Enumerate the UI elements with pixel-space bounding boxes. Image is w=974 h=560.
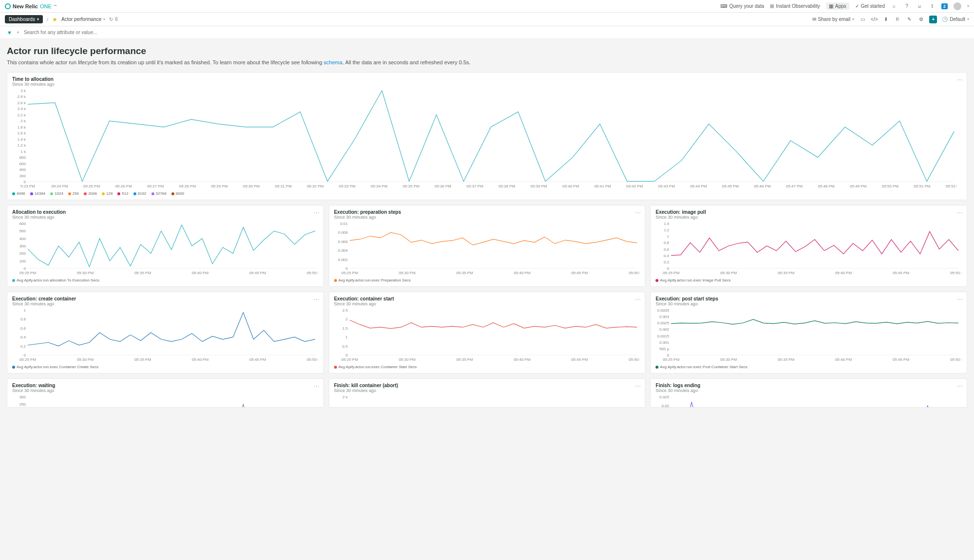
svg-text:05:44 PM: 05:44 PM	[690, 184, 707, 188]
get-started-link[interactable]: ✓Get started	[855, 3, 885, 9]
share-icon[interactable]: ⇪	[929, 3, 936, 10]
svg-text:0: 0	[345, 266, 348, 271]
chart-menu-icon[interactable]: ⋯	[957, 383, 963, 390]
svg-text:05:40 PM: 05:40 PM	[835, 271, 852, 275]
chart-menu-icon[interactable]: ⋯	[314, 209, 319, 216]
replay-count[interactable]: ↻6	[109, 17, 118, 22]
svg-text:400: 400	[19, 168, 26, 172]
chart-logs-ending[interactable]: Finish: logs endingSince 30 minutes ago⋯…	[650, 378, 967, 408]
svg-text:1.2 k: 1.2 k	[18, 143, 26, 148]
funnel-icon[interactable]: ▼	[7, 30, 12, 36]
chart-waiting[interactable]: Execution: waitingSince 30 minutes ago⋯0…	[7, 378, 324, 408]
chevron-down-icon[interactable]: ▾	[967, 4, 969, 8]
notification-badge[interactable]: 2	[941, 3, 948, 9]
legend-item[interactable]: Avg Apify.actor.run.exec Container Start…	[334, 365, 417, 369]
chart-body: 01.5 k2 k05:25 PM05:30 PM05:35 PM05:40 P…	[334, 395, 640, 408]
svg-text:05:33 PM: 05:33 PM	[339, 184, 356, 188]
svg-text:0.006: 0.006	[338, 240, 348, 244]
svg-text:05:30 PM: 05:30 PM	[720, 357, 737, 362]
tv-icon[interactable]: ▭	[859, 16, 866, 23]
svg-text:1.4 k: 1.4 k	[18, 137, 26, 142]
svg-text:05:30 PM: 05:30 PM	[399, 357, 416, 362]
dashboard-name[interactable]: Actor performance▾	[61, 17, 105, 22]
chevron-down-icon[interactable]: ▾	[17, 30, 19, 35]
copy-icon[interactable]: ⎘	[894, 16, 901, 23]
time-picker[interactable]: 🕑Default▾	[942, 17, 969, 22]
svg-text:05:25 PM: 05:25 PM	[663, 271, 680, 275]
svg-text:0.8: 0.8	[664, 241, 670, 245]
legend-item[interactable]: 8092	[171, 191, 185, 196]
svg-text:1.4: 1.4	[664, 222, 670, 226]
legend-item[interactable]: 16384	[30, 191, 45, 196]
query-data-link[interactable]: ⌨Query your data	[720, 3, 764, 9]
share-email-button[interactable]: ✉Share by email▾	[812, 17, 855, 22]
settings-icon[interactable]: ⚙	[918, 16, 924, 23]
svg-text:0.002: 0.002	[338, 258, 348, 262]
svg-text:500: 500	[19, 229, 26, 233]
code-icon[interactable]: </>	[871, 16, 878, 23]
svg-text:05:40 PM: 05:40 PM	[514, 357, 531, 362]
brand-one: ONE	[40, 3, 52, 9]
chart-image-pull[interactable]: Execution: image pullSince 30 minutes ag…	[650, 205, 967, 287]
legend-item[interactable]: 32768	[151, 191, 167, 196]
chart-menu-icon[interactable]: ⋯	[635, 209, 641, 216]
svg-text:05:50 PM: 05:50 PM	[307, 357, 318, 362]
chart-preparation[interactable]: Execution: preparation stepsSince 30 min…	[329, 205, 646, 287]
legend-item[interactable]: 4096	[12, 191, 25, 196]
apps-icon: ▦	[829, 3, 833, 9]
svg-text:100: 100	[19, 259, 26, 263]
edit-icon[interactable]: ✎	[906, 16, 913, 23]
brand-logo[interactable]: New Relic ONE ™	[5, 3, 57, 9]
chart-menu-icon[interactable]: ⋯	[635, 296, 641, 303]
user-avatar[interactable]	[954, 2, 961, 10]
svg-text:2.6 k: 2.6 k	[18, 101, 26, 105]
apps-link[interactable]: ▦Apps	[826, 2, 849, 10]
help-icon[interactable]: ?	[903, 3, 910, 10]
legend-item[interactable]: 256	[68, 191, 79, 196]
legend-item[interactable]: Avg Apify.actor.run.exec Image Pull Secs	[656, 278, 730, 282]
chart-menu-icon[interactable]: ⋯	[314, 383, 319, 390]
legend-item[interactable]: 2048	[84, 191, 97, 196]
chart-create-container[interactable]: Execution: create containerSince 30 minu…	[7, 292, 324, 373]
svg-text:0: 0	[345, 353, 348, 357]
chart-kill-container[interactable]: Finish: kill container (abort)Since 30 m…	[329, 378, 646, 408]
legend-item[interactable]: 8192	[133, 191, 147, 196]
chart-allocation-execution[interactable]: Allocation to executionSince 30 minutes …	[7, 205, 324, 287]
legend-item[interactable]: Avg Apify.actor.run.allocation To Execut…	[12, 278, 99, 282]
svg-text:05:45 PM: 05:45 PM	[722, 184, 739, 188]
chart-menu-icon[interactable]: ⋯	[314, 296, 319, 303]
chart-time-to-allocation[interactable]: Time to allocation Since 30 minutes ago …	[7, 72, 967, 200]
svg-text:05:25 PM: 05:25 PM	[341, 271, 358, 275]
search-input[interactable]	[24, 30, 967, 35]
chart-container-start[interactable]: Execution: container startSince 30 minut…	[329, 292, 646, 373]
chart-menu-icon[interactable]: ⋯	[635, 383, 641, 390]
legend-item[interactable]: 128	[102, 191, 112, 196]
svg-text:05:40 PM: 05:40 PM	[835, 357, 852, 362]
chart-menu-icon[interactable]: ⋯	[957, 296, 963, 303]
legend-item[interactable]: Avg Apify.actor.run.exec Container Creat…	[12, 365, 98, 369]
chart-menu-icon[interactable]: ⋯	[957, 209, 963, 216]
svg-text:05:36 PM: 05:36 PM	[434, 184, 451, 188]
star-icon[interactable]: ★	[52, 16, 57, 23]
schema-link[interactable]: schema	[324, 59, 343, 65]
chart-body: 00.20.40.60.811.21.405:25 PM05:30 PM05:3…	[656, 222, 962, 275]
svg-text:05:51 PM: 05:51 PM	[914, 184, 931, 188]
legend-item[interactable]: Avg Apify.actor.run.exec Preparation Sec…	[334, 278, 411, 282]
add-widget-button[interactable]: +	[929, 16, 937, 23]
chart-post-start[interactable]: Execution: post start stepsSince 30 minu…	[650, 292, 967, 373]
legend-item[interactable]: 512	[117, 191, 128, 196]
chart-subtitle: Since 30 minutes ago	[12, 82, 962, 87]
search-icon[interactable]: ⌕	[891, 3, 898, 10]
svg-text:05:40 PM: 05:40 PM	[562, 184, 580, 188]
clock-icon: 🕑	[942, 17, 948, 22]
svg-text:05:49 PM: 05:49 PM	[850, 184, 867, 188]
chart-menu-icon[interactable]: ⋯	[957, 76, 963, 83]
download-icon[interactable]: ⬇	[882, 16, 889, 23]
chart-body: 02004006008001 k1.2 k1.4 k1.6 k1.8 k2 k2…	[12, 89, 962, 188]
legend-item[interactable]: Avg Apify.actor.run.exec Post Container …	[656, 365, 747, 369]
svg-text:0: 0	[24, 353, 26, 357]
dashboards-dropdown[interactable]: Dashboards▾	[5, 15, 43, 23]
legend-item[interactable]: 1024	[50, 191, 63, 196]
instant-observability-link[interactable]: ⊞Instant Observability	[770, 3, 820, 9]
feedback-icon[interactable]: ☺	[916, 3, 923, 10]
